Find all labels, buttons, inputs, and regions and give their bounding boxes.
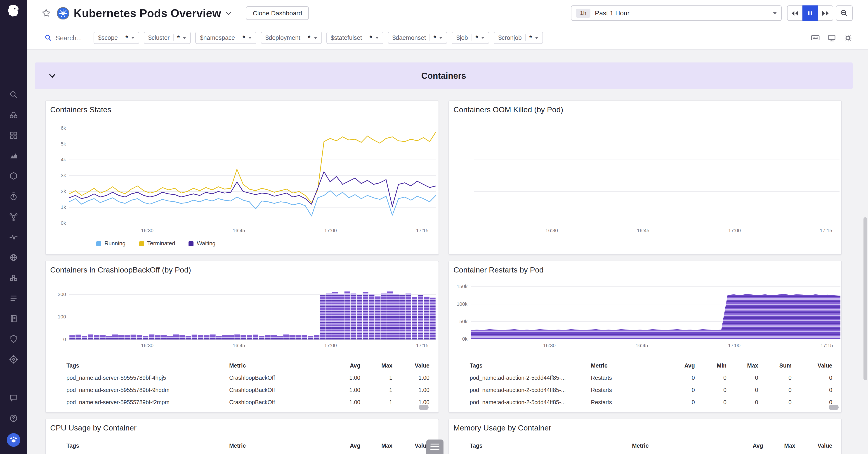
legend-item-running[interactable]: Running (96, 240, 125, 247)
clone-dashboard-button[interactable]: Clone Dashboard (246, 6, 309, 20)
svg-text:16:30: 16:30 (543, 343, 556, 348)
svg-text:2k: 2k (61, 189, 66, 194)
svg-text:200: 200 (58, 291, 66, 297)
sidebar-bottom-nav (0, 392, 27, 447)
keyboard-shortcuts-icon[interactable] (811, 33, 820, 42)
time-range-picker[interactable]: 1h Past 1 Hour (571, 5, 782, 21)
variable-deployment[interactable]: $deployment* (261, 32, 322, 44)
time-range-badge: 1h (576, 8, 590, 18)
panel-title: Containers States (50, 106, 111, 115)
metrics-icon[interactable] (8, 150, 19, 161)
filter-bar: Search... $scope* $cluster* $namespace* … (27, 26, 868, 50)
watchdog-icon[interactable] (8, 110, 19, 120)
legend-item-terminated[interactable]: Terminated (139, 240, 175, 247)
infrastructure-icon[interactable] (8, 171, 19, 181)
dashboard-canvas: Containers Containers States 0k1k2k3k4k5… (27, 50, 868, 454)
panel-cpu-usage: CPU Usage by Container Tags Metric Avg M… (45, 419, 439, 454)
table-row[interactable]: pod_name:ad-auction-2-5cdd44ff85-... Res… (449, 396, 841, 408)
help-icon[interactable] (8, 413, 19, 424)
variable-statefulset[interactable]: $statefulset* (326, 32, 383, 44)
panel-title: Containers in CrashloopBackOff (by Pod) (50, 266, 191, 275)
chart-legend: Running Terminated Waiting (96, 240, 215, 247)
security-icon[interactable] (8, 334, 19, 344)
datadog-logo[interactable] (6, 4, 21, 19)
svg-text:100k: 100k (457, 301, 468, 307)
section-collapse-chevron-icon[interactable] (48, 71, 57, 82)
table-row[interactable]: pod_name:ad-server-59555789bf-mmv62 Cras… (46, 408, 438, 413)
sidebar-nav (0, 89, 27, 365)
table-row[interactable]: pod_name:ad-server-59555789bf-f2mpm Cras… (46, 396, 438, 408)
svg-text:17:15: 17:15 (820, 228, 832, 233)
datadog-dashboard: Kubernetes Pods Overview Clone Dashboard… (0, 0, 868, 454)
table-row[interactable]: pod_name:ad-auction-2-656d888865... Rest… (449, 408, 841, 413)
table-row[interactable]: pod_name:ad-auction-2-5cdd44ff85-... Res… (449, 384, 841, 396)
svg-text:17:15: 17:15 (416, 343, 428, 348)
svg-text:5k: 5k (61, 141, 66, 147)
rum-icon[interactable] (8, 354, 19, 365)
dashboards-icon[interactable] (8, 130, 19, 141)
table-scrollbar-thumb[interactable] (829, 405, 839, 410)
svg-text:16:30: 16:30 (141, 343, 153, 348)
panel-memory-usage: Memory Usage by Container Tags Metric Av… (448, 419, 842, 454)
time-forward-button[interactable] (818, 5, 833, 21)
table-row[interactable]: pod_name:ad-server-59555789bf-4hpj5 Cras… (46, 372, 438, 384)
integrations-icon[interactable] (8, 273, 19, 283)
time-range-label: Past 1 Hour (595, 9, 629, 17)
table-scrollbar-thumb[interactable] (418, 405, 429, 410)
search-input[interactable]: Search... (44, 34, 82, 41)
page-title: Kubernetes Pods Overview (74, 6, 221, 20)
section-header-containers[interactable]: Containers (35, 62, 852, 89)
variable-job[interactable]: $job* (452, 32, 489, 44)
variable-cluster[interactable]: $cluster* (144, 32, 191, 44)
search-placeholder: Search... (56, 34, 82, 41)
pause-button[interactable] (802, 5, 818, 21)
settings-gear-icon[interactable] (844, 33, 852, 42)
chevron-down-icon (131, 37, 135, 39)
svg-text:6k: 6k (61, 125, 66, 131)
table-row[interactable]: pod_name:ad-server-59555789bf-9hqdm Cras… (46, 384, 438, 396)
variable-daemonset[interactable]: $daemonset* (388, 32, 447, 44)
variable-scope[interactable]: $scope* (94, 32, 139, 44)
support-chat-icon[interactable] (8, 392, 19, 403)
search-nav-icon[interactable] (8, 89, 19, 100)
oom-killed-chart[interactable]: 16:3016:4517:0017:15 (449, 123, 842, 235)
chevron-down-icon (535, 37, 539, 39)
crashloop-bar-chart[interactable]: 010020016:3016:4517:0017:15 (46, 286, 439, 350)
playback-controls (787, 5, 833, 21)
notebooks-icon[interactable] (8, 313, 19, 324)
svg-text:100: 100 (58, 314, 66, 319)
favorite-star-icon[interactable] (41, 8, 51, 18)
chevron-down-icon (375, 37, 379, 39)
synthetics-icon[interactable] (8, 252, 19, 263)
svg-text:0k: 0k (462, 336, 468, 342)
chevron-down-icon (313, 37, 317, 39)
chevron-down-icon (481, 37, 485, 39)
title-chevron-down-icon[interactable] (225, 9, 232, 17)
user-avatar[interactable] (7, 433, 20, 447)
page-scrollbar-thumb[interactable] (864, 217, 867, 380)
variable-namespace[interactable]: $namespace* (195, 32, 256, 44)
logs-icon[interactable] (8, 293, 19, 304)
svg-text:1k: 1k (61, 204, 66, 210)
table-row[interactable]: pod_name:ad-auction-2-5cdd44ff85-... Res… (449, 372, 841, 384)
variable-cronjob[interactable]: $cronjob* (494, 32, 543, 44)
monitors-icon[interactable] (8, 232, 19, 243)
time-backward-button[interactable] (787, 5, 802, 21)
memory-table: Tags Metric Avg Max Value (449, 440, 841, 452)
tv-mode-icon[interactable] (827, 33, 836, 42)
widget-drag-handle[interactable] (426, 439, 443, 454)
svg-text:16:45: 16:45 (637, 228, 649, 233)
svg-text:50k: 50k (460, 319, 468, 324)
legend-item-waiting[interactable]: Waiting (189, 240, 215, 247)
service-map-icon[interactable] (8, 211, 19, 222)
table-header-row: Tags Metric Avg Min Max Sum Value (449, 360, 841, 372)
zoom-out-button[interactable] (836, 5, 852, 21)
apm-icon[interactable] (8, 191, 19, 202)
chevron-down-icon (248, 37, 252, 39)
containers-states-chart[interactable]: 0k1k2k3k4k5k6k16:3016:4517:0017:15 (46, 123, 439, 235)
svg-text:17:00: 17:00 (324, 228, 337, 233)
restarts-area-chart[interactable]: 0k50k100k150k16:3016:4517:0017:15 (449, 279, 842, 350)
svg-text:16:45: 16:45 (636, 343, 648, 348)
svg-text:16:30: 16:30 (546, 228, 558, 233)
chevron-down-icon (439, 37, 443, 39)
